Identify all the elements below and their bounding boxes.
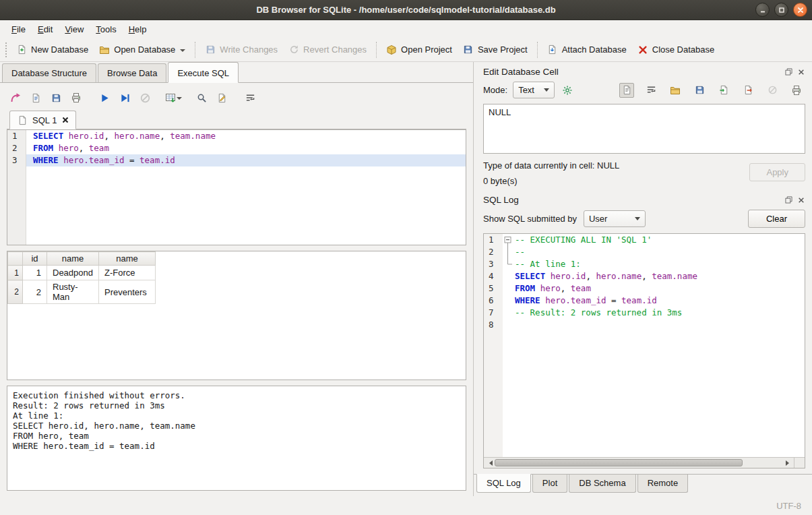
set-null-button[interactable] (765, 83, 780, 98)
save-results-button[interactable] (164, 90, 182, 106)
execute-current-line-button[interactable] (116, 90, 133, 106)
log-code: WHERE hero.team_id = team.id (512, 295, 805, 307)
dropdown-caret-icon[interactable] (177, 97, 182, 102)
auto-complete-icon (216, 92, 227, 103)
row-header[interactable]: 1 (8, 266, 23, 280)
save-project-button[interactable]: Save Project (458, 41, 533, 59)
write-changes-button[interactable]: Write Changes (199, 41, 283, 59)
table-row[interactable]: 22Rusty-ManPreventers (8, 280, 156, 304)
auto-mode-icon (562, 85, 573, 96)
open-sql-file-button[interactable] (27, 90, 44, 106)
text-document-button[interactable] (619, 83, 634, 98)
print-button[interactable] (67, 90, 85, 106)
left-panel: Database StructureBrowse DataExecute SQL… (0, 62, 474, 496)
scroll-right-icon[interactable] (783, 458, 794, 468)
sql-tab-close-icon[interactable] (61, 117, 69, 124)
export-button[interactable] (741, 83, 755, 98)
log-filter-row: Show SQL submitted by User Clear (474, 207, 812, 232)
menu-help[interactable]: Help (123, 22, 153, 37)
table-cell[interactable]: Preventers (99, 280, 156, 304)
open-tab-button[interactable] (7, 90, 24, 106)
apply-button[interactable]: Apply (749, 163, 805, 181)
results-grid[interactable]: idnamename11DeadpondZ-Force22Rusty-ManPr… (7, 251, 466, 380)
float-panel-icon[interactable] (784, 195, 793, 204)
bottom-tab-remote[interactable]: Remote (637, 475, 689, 493)
tab-database-structure[interactable]: Database Structure (2, 63, 96, 82)
set-null-icon (767, 85, 778, 96)
mode-label: Mode: (483, 85, 507, 95)
word-wrap-button[interactable] (644, 83, 658, 98)
save-sql-file-button[interactable] (47, 90, 65, 106)
title-bar[interactable]: DB Browser for SQLite - /home/user/code/… (0, 0, 812, 20)
import-button[interactable] (716, 83, 731, 98)
mode-select[interactable]: Text (513, 82, 555, 98)
execute-all-button[interactable] (96, 90, 113, 106)
menu-edit[interactable]: Edit (32, 22, 59, 37)
new-database-button[interactable]: New Database (11, 41, 94, 59)
log-line: 3-- At line 1: (484, 258, 805, 270)
word-wrap-button[interactable] (241, 90, 259, 106)
tab-execute-sql[interactable]: Execute SQL (168, 62, 239, 83)
scroll-left-icon[interactable] (484, 458, 495, 468)
menu-tools[interactable]: Tools (90, 22, 122, 37)
open-file-button[interactable] (668, 83, 683, 98)
auto-mode-button[interactable] (560, 83, 575, 98)
log-code: -- At line 1: (512, 258, 805, 270)
bottom-tab-db-schema[interactable]: DB Schema (569, 475, 635, 493)
auto-complete-button[interactable] (213, 90, 230, 106)
menu-view[interactable]: View (59, 22, 90, 37)
row-header[interactable]: 2 (8, 280, 23, 304)
scrollbar-track[interactable] (495, 458, 783, 468)
maximize-button[interactable] (774, 3, 788, 17)
tab-browse-data[interactable]: Browse Data (98, 63, 166, 82)
import-icon (718, 85, 729, 96)
sql-editor[interactable]: 1SELECT hero.id, hero.name, team.name2FR… (7, 129, 466, 245)
cell-editor[interactable]: NULL (483, 104, 805, 154)
new-database-icon (16, 44, 27, 55)
fold-start-icon[interactable] (503, 234, 512, 246)
text-document-icon (621, 85, 632, 96)
table-cell[interactable]: Rusty-Man (47, 280, 99, 304)
table-cell[interactable]: 2 (23, 280, 47, 304)
save-file-button[interactable] (692, 83, 707, 98)
sql-log-view[interactable]: 1-- EXECUTING ALL IN 'SQL 1'2--3-- At li… (483, 233, 805, 468)
line-number: 3 (484, 258, 503, 270)
editor-code: WHERE hero.team_id = team.id (26, 154, 466, 166)
table-cell[interactable]: Deadpond (47, 266, 99, 280)
scrollbar-thumb[interactable] (495, 459, 743, 466)
clear-log-button[interactable]: Clear (748, 210, 805, 228)
status-bar: UTF-8 (0, 496, 812, 515)
edit-cell-header: Edit Database Cell (474, 62, 812, 79)
attach-database-button[interactable]: Attach Database (542, 41, 632, 59)
bottom-tab-plot[interactable]: Plot (532, 475, 567, 493)
close-database-button[interactable]: Close Database (632, 41, 720, 59)
open-project-button[interactable]: Open Project (381, 41, 458, 59)
sql-tab[interactable]: SQL 1 (9, 111, 76, 129)
revert-changes-button[interactable]: Revert Changes (283, 41, 372, 59)
table-cell[interactable]: 1 (23, 266, 47, 280)
print-button[interactable] (789, 83, 804, 98)
line-number: 7 (484, 307, 503, 319)
main-tab-bar: Database StructureBrowse DataExecute SQL (0, 62, 473, 83)
column-header-id[interactable]: id (23, 252, 47, 266)
float-panel-icon[interactable] (784, 67, 793, 76)
column-header-name[interactable]: name (99, 252, 156, 266)
close-panel-icon[interactable] (797, 67, 805, 76)
minimize-button[interactable] (755, 3, 770, 17)
stop-button[interactable] (136, 90, 154, 106)
bottom-tab-sql-log[interactable]: SQL Log (476, 474, 531, 493)
menu-file[interactable]: File (5, 22, 32, 37)
log-horizontal-scrollbar[interactable] (484, 457, 805, 468)
app-window: DB Browser for SQLite - /home/user/code/… (0, 0, 812, 515)
find-replace-button[interactable] (193, 90, 210, 106)
table-row[interactable]: 11DeadpondZ-Force (8, 266, 156, 280)
close-button[interactable] (793, 3, 807, 17)
table-cell[interactable]: Z-Force (99, 266, 156, 280)
dropdown-caret-icon[interactable] (180, 49, 185, 55)
column-header-name[interactable]: name (47, 252, 99, 266)
log-filter-select[interactable]: User (584, 210, 646, 227)
open-database-button[interactable]: Open Database (94, 41, 191, 59)
log-line: 4SELECT hero.id, hero.name, team.name (484, 270, 805, 282)
save-sql-file-icon (51, 92, 61, 103)
close-panel-icon[interactable] (797, 195, 805, 204)
